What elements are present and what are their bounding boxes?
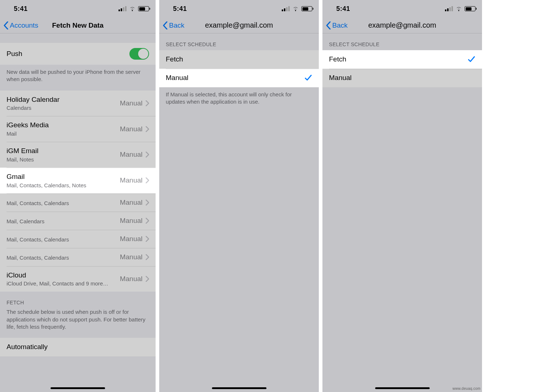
account-name: Holiday Calendar (7, 96, 60, 104)
home-indicator (212, 387, 266, 389)
push-row[interactable]: Push (0, 43, 156, 65)
account-row[interactable]: iCloudiCloud Drive, Mail, Contacts and 9… (0, 266, 156, 292)
status-bar: 5:41 (159, 0, 319, 17)
account-row[interactable]: iGeeks MediaMailManual (0, 116, 156, 142)
back-label: Accounts (10, 21, 38, 29)
account-name: iGeeks Media (7, 121, 49, 129)
battery-icon (301, 6, 312, 11)
back-label: Back (332, 21, 348, 29)
option-label: Manual (166, 74, 188, 82)
chevron-right-icon (145, 177, 149, 183)
account-row[interactable]: Mail, Contacts, CalendarsManual (0, 193, 156, 212)
account-sub: Mail, Contacts, Calendars, Notes (7, 182, 86, 188)
chevron-right-icon (145, 200, 149, 205)
chevron-right-icon (145, 276, 149, 282)
account-schedule: Manual (120, 217, 142, 225)
account-row[interactable]: Mail, CalendarsManual (0, 212, 156, 230)
checkmark-icon (467, 55, 475, 63)
battery-icon (465, 6, 475, 11)
screen-fetch-new-data: 5:41 Accounts Fetch New Data Push New da… (0, 0, 156, 392)
home-indicator (375, 387, 430, 389)
account-schedule: Manual (120, 176, 142, 184)
option-label: Fetch (329, 55, 346, 64)
account-sub: Mail, Contacts, Calendars (7, 236, 69, 243)
account-row[interactable]: GmailMail, Contacts, Calendars, NotesMan… (0, 168, 156, 193)
account-row[interactable]: iGM EmailMail, NotesManual (0, 142, 156, 168)
page-title: example@gmail.com (205, 21, 273, 29)
chevron-right-icon (145, 100, 149, 106)
chevron-left-icon (326, 21, 331, 29)
page-title: example@gmail.com (368, 21, 436, 29)
back-label: Back (169, 21, 184, 29)
account-sub: Mail (7, 131, 49, 137)
status-icons (445, 6, 475, 11)
back-button[interactable]: Accounts (4, 21, 38, 29)
fetch-option-automatically[interactable]: Automatically (0, 338, 156, 356)
chevron-right-icon (145, 254, 149, 260)
chevron-left-icon (4, 21, 8, 29)
watermark: www.deuaq.com (453, 387, 481, 391)
fetch-option-label: Automatically (7, 343, 48, 351)
account-schedule: Manual (120, 99, 142, 107)
screen-schedule-fetch: 5:41 Back example@gmail.com SELECT SCHED… (322, 0, 482, 392)
fetch-footer: The schedule below is used when push is … (0, 308, 156, 338)
account-schedule: Manual (120, 253, 142, 261)
account-row[interactable]: Mail, Contacts, CalendarsManual (0, 248, 156, 266)
option-label: Manual (329, 74, 352, 82)
push-footer: New data will be pushed to your iPhone f… (0, 65, 156, 91)
account-name: Gmail (7, 173, 86, 181)
wifi-icon (292, 6, 299, 11)
chevron-right-icon (145, 236, 149, 242)
account-sub: Mail, Contacts, Calendars (7, 255, 69, 261)
account-sub: iCloud Drive, Mail, Contacts and 9 more… (7, 280, 108, 287)
wifi-icon (129, 6, 136, 11)
account-sub: Calendars (7, 105, 60, 111)
schedule-option-manual[interactable]: Manual (322, 69, 482, 87)
home-indicator (51, 387, 105, 389)
account-schedule: Manual (120, 235, 142, 243)
account-row[interactable]: Mail, Contacts, CalendarsManual (0, 230, 156, 248)
status-icons (119, 6, 149, 11)
nav-bar: Back example@gmail.com (322, 17, 482, 33)
cellular-icon (282, 6, 290, 11)
fetch-section-header: FETCH (0, 292, 156, 308)
status-icons (282, 6, 312, 11)
schedule-option-fetch[interactable]: Fetch (322, 50, 482, 69)
cellular-icon (119, 6, 127, 11)
chevron-right-icon (145, 126, 149, 132)
account-schedule: Manual (120, 151, 142, 159)
back-button[interactable]: Back (163, 21, 184, 29)
option-label: Fetch (166, 55, 183, 64)
push-toggle[interactable] (129, 48, 149, 60)
chevron-left-icon (163, 21, 168, 29)
schedule-section-header: SELECT SCHEDULE (159, 33, 319, 50)
account-name: iCloud (7, 271, 108, 280)
account-schedule: Manual (120, 199, 142, 207)
account-name: iGM Email (7, 147, 39, 155)
account-schedule: Manual (120, 275, 142, 283)
page-title: Fetch New Data (52, 21, 103, 29)
schedule-option-manual[interactable]: Manual (159, 69, 319, 87)
nav-bar: Back example@gmail.com (159, 17, 319, 33)
account-sub: Mail, Notes (7, 156, 39, 163)
push-label: Push (7, 50, 22, 58)
status-bar: 5:41 (322, 0, 482, 17)
back-button[interactable]: Back (326, 21, 348, 29)
account-sub: Mail, Calendars (7, 218, 44, 224)
checkmark-icon (304, 74, 312, 82)
cellular-icon (445, 6, 453, 11)
status-time: 5:41 (173, 5, 187, 13)
account-sub: Mail, Contacts, Calendars (7, 200, 69, 206)
account-schedule: Manual (120, 125, 142, 133)
status-time: 5:41 (14, 5, 28, 13)
screen-schedule-manual: 5:41 Back example@gmail.com SELECT SCHED… (159, 0, 319, 392)
schedule-option-fetch[interactable]: Fetch (159, 50, 319, 69)
nav-bar: Accounts Fetch New Data (0, 17, 156, 33)
status-bar: 5:41 (0, 0, 156, 17)
account-row[interactable]: Holiday CalendarCalendarsManual (0, 91, 156, 116)
schedule-footer: If Manual is selected, this account will… (159, 87, 319, 113)
status-time: 5:41 (336, 5, 350, 13)
battery-icon (138, 6, 149, 11)
wifi-icon (455, 6, 462, 11)
chevron-right-icon (145, 152, 149, 157)
